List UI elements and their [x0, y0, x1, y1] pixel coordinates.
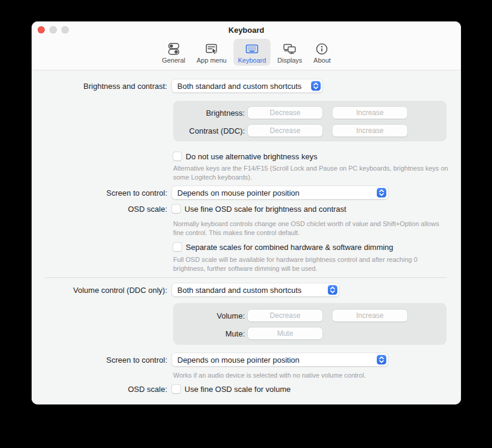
info-icon	[314, 41, 330, 57]
tab-keyboard[interactable]: Keyboard	[233, 39, 270, 66]
mute-row-label: Mute:	[173, 329, 245, 338]
traffic-lights	[38, 26, 69, 33]
tab-general[interactable]: General	[158, 39, 189, 66]
brightness-decrease-button[interactable]: Decrease	[248, 107, 322, 119]
screen-to-control-value: Depends on mouse pointer position	[177, 189, 300, 197]
volume-decrease-button[interactable]: Decrease	[248, 310, 322, 322]
brightness-increase-button[interactable]: Increase	[333, 107, 407, 119]
screen-to-control-volume-value: Depends on mouse pointer position	[177, 356, 300, 364]
popup-stepper-icon	[311, 81, 321, 91]
tab-about[interactable]: About	[309, 39, 335, 66]
tab-displays-label: Displays	[278, 57, 303, 64]
fine-osd-volume-label: Use fine OSD scale for volume	[184, 385, 291, 394]
tab-displays[interactable]: Displays	[273, 39, 307, 66]
contrast-increase-button[interactable]: Increase	[333, 125, 407, 137]
keyboard-icon	[244, 41, 260, 57]
volume-row-label: Volume:	[173, 311, 245, 320]
osd-scale-volume-label: OSD scale:	[32, 385, 167, 394]
brightness-mode-dropdown[interactable]: Both standard and custom shortcuts	[172, 79, 322, 92]
alt-brightness-keys-help: Alternative keys are the F14/F15 (Scroll…	[173, 164, 451, 182]
tab-keyboard-label: Keyboard	[238, 57, 266, 64]
displays-icon	[282, 41, 297, 57]
tab-app-menu[interactable]: App menu	[192, 39, 230, 66]
volume-mode-value: Both standard and custom shortcuts	[177, 286, 302, 295]
mute-button[interactable]: Mute	[248, 327, 322, 339]
section-divider	[45, 277, 447, 278]
alt-brightness-keys-label: Do not use alternative brightness keys	[186, 152, 317, 161]
toolbar: General App menu	[32, 38, 461, 70]
toggles-icon	[166, 41, 182, 57]
volume-control-label: Volume control (DDC only):	[32, 286, 167, 295]
volume-shortcuts-group: Volume: Decrease Increase Mute: Mute	[173, 303, 447, 345]
separate-scales-label: Separate scales for combined hardware & …	[186, 243, 393, 252]
tab-general-label: General	[162, 57, 185, 64]
brightness-shortcuts-group: Brightness: Decrease Increase Contrast (…	[173, 101, 447, 141]
tab-about-label: About	[313, 57, 331, 64]
window-title: Keyboard	[32, 21, 461, 39]
close-button[interactable]	[38, 26, 45, 33]
osd-scale-label: OSD scale:	[32, 205, 167, 214]
brightness-row-label: Brightness:	[173, 109, 245, 118]
alt-brightness-keys-checkbox[interactable]	[173, 152, 182, 160]
minimize-button[interactable]	[50, 26, 57, 33]
fine-osd-brightness-label: Use fine OSD scale for brightness and co…	[184, 205, 346, 214]
volume-mode-dropdown[interactable]: Both standard and custom shortcuts	[172, 283, 339, 296]
screen-to-control-volume-help: Works if an audio device is selected wit…	[173, 371, 451, 380]
titlebar: Keyboard	[32, 21, 461, 38]
screen-to-control-volume-dropdown[interactable]: Depends on mouse pointer position	[172, 353, 388, 366]
preferences-window: Keyboard General	[32, 21, 461, 404]
volume-increase-button[interactable]: Increase	[333, 310, 407, 322]
tab-app-menu-label: App menu	[196, 57, 226, 64]
popup-stepper-icon	[328, 285, 337, 295]
contrast-decrease-button[interactable]: Decrease	[248, 125, 322, 137]
fine-osd-volume-checkbox[interactable]	[172, 385, 180, 393]
fine-osd-brightness-help: Normally keyboard controls change one OS…	[173, 220, 451, 237]
separate-scales-help: Full OSD scale will be available for har…	[173, 255, 451, 273]
fine-osd-brightness-checkbox[interactable]	[172, 205, 180, 213]
contrast-row-label: Contrast (DDC):	[173, 126, 245, 135]
keyboard-pane: Brightness and contrast: Both standard a…	[32, 70, 461, 404]
brightness-contrast-label: Brightness and contrast:	[32, 82, 167, 91]
menu-cursor-icon	[204, 41, 219, 57]
screen-to-control-dropdown[interactable]: Depends on mouse pointer position	[172, 186, 388, 199]
screen-to-control-volume-label: Screen to control:	[32, 356, 167, 364]
screen-to-control-label: Screen to control:	[32, 189, 167, 197]
brightness-mode-value: Both standard and custom shortcuts	[177, 82, 302, 91]
separate-scales-checkbox[interactable]	[173, 243, 182, 251]
popup-stepper-icon	[377, 355, 386, 364]
popup-stepper-icon	[377, 188, 386, 197]
zoom-button[interactable]	[61, 26, 69, 33]
